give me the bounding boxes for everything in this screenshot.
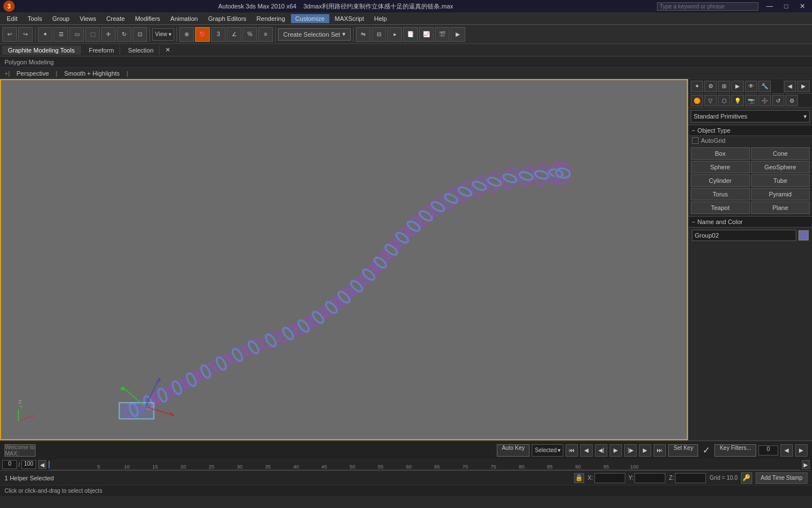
torus-button[interactable]: Torus	[691, 188, 750, 200]
menu-help[interactable]: Help	[370, 14, 392, 23]
undo-button[interactable]: ↩	[2, 27, 17, 42]
color-swatch[interactable]	[798, 230, 809, 240]
tube-button[interactable]: Tube	[751, 174, 810, 187]
systems-icon[interactable]: ⚙	[785, 95, 798, 106]
camera-icon[interactable]: 📷	[745, 95, 757, 106]
reference-coord-button[interactable]: 🔴	[195, 27, 210, 42]
menu-animation[interactable]: Animation	[166, 14, 202, 23]
maximize-button[interactable]: □	[781, 2, 792, 10]
create-panel-icon[interactable]: ✦	[691, 81, 703, 92]
selected-dropdown[interactable]: Selected ▾	[532, 444, 563, 457]
shapes-icon[interactable]: ⬡	[718, 95, 730, 106]
set-key-button[interactable]: Set Key	[668, 444, 698, 457]
viewport[interactable]: X Y Z	[0, 79, 688, 440]
percent-snap[interactable]: %	[242, 27, 257, 42]
spacewarp-icon[interactable]: ↺	[772, 95, 784, 106]
playhead[interactable]	[48, 461, 50, 468]
play-button[interactable]: ▶	[610, 444, 622, 457]
next-key-button[interactable]: |▶	[624, 444, 637, 457]
shading-label[interactable]: Smooth + Highlights	[64, 70, 120, 77]
menu-tools[interactable]: Tools	[23, 14, 47, 23]
window-crossing-button[interactable]: ⬚	[85, 27, 100, 42]
geometry-icon[interactable]: ▽	[704, 95, 717, 106]
cylinder-button[interactable]: Cylinder	[691, 174, 750, 187]
plane-button[interactable]: Plane	[751, 202, 810, 214]
menu-create[interactable]: Create	[102, 14, 129, 23]
scale-button[interactable]: ⊡	[133, 27, 147, 42]
current-frame[interactable]: 0	[2, 460, 17, 469]
add-time-stamp-button[interactable]: Add Time Stamp	[756, 472, 807, 484]
modify-panel-icon[interactable]: ⚙	[704, 81, 717, 92]
menu-views[interactable]: Views	[75, 14, 100, 23]
snap-toggle[interactable]: 3	[211, 27, 226, 42]
create-selection-button[interactable]: Create Selection Set ▾	[278, 28, 351, 41]
auto-key-button[interactable]: Auto Key	[497, 444, 530, 457]
y-coord-input[interactable]	[634, 473, 665, 483]
scrubber-back[interactable]: ◀	[38, 460, 46, 469]
pivot-button[interactable]: ⊕	[179, 27, 194, 42]
ribbon-tab-freeform[interactable]: Freeform	[83, 46, 120, 55]
box-button[interactable]: Box	[691, 147, 750, 160]
align-options[interactable]: ▸	[387, 27, 402, 42]
go-to-end-button[interactable]: ⏭	[654, 444, 666, 457]
sphere-button[interactable]: Sphere	[691, 161, 750, 173]
menu-group[interactable]: Group	[48, 14, 74, 23]
prev-key-button[interactable]: ◀|	[595, 444, 607, 457]
perspective-label[interactable]: Perspective	[16, 70, 48, 77]
object-type-section-header[interactable]: − Object Type	[689, 125, 812, 136]
scrubber-forward[interactable]: ▶	[802, 460, 810, 469]
x-coord-input[interactable]	[594, 473, 625, 483]
lock-selection-button[interactable]: 🔒	[574, 473, 584, 483]
total-frames[interactable]: 100	[21, 460, 36, 469]
frame-left-button[interactable]: ◀	[780, 444, 793, 457]
key-icon-button[interactable]: 🔑	[741, 472, 752, 484]
quick-render[interactable]: ▶	[451, 27, 465, 42]
menu-customize[interactable]: Customize	[291, 14, 329, 23]
cone-button[interactable]: Cone	[751, 147, 810, 160]
display-panel-icon[interactable]: 👁	[745, 81, 757, 92]
primitives-dropdown[interactable]: Standard Primitives ▾	[691, 110, 810, 122]
hierarchy-panel-icon[interactable]: ⊞	[718, 81, 730, 92]
app-logo[interactable]: 3	[3, 1, 15, 12]
layer-manager[interactable]: 📑	[403, 27, 418, 42]
render-setup[interactable]: 🎬	[435, 27, 449, 42]
select-region-button[interactable]: ▭	[69, 27, 84, 42]
autogrid-checkbox[interactable]	[692, 137, 699, 144]
spinner-snap[interactable]: ≡	[258, 27, 273, 42]
search-input[interactable]	[657, 2, 758, 11]
set-key-checkmark[interactable]: ✓	[700, 445, 712, 456]
key-filters-button[interactable]: Key Filters...	[714, 444, 756, 457]
select-by-name-button[interactable]: ☰	[54, 27, 68, 42]
menu-modifiers[interactable]: Modifiers	[130, 14, 165, 23]
motion-panel-icon[interactable]: ▶	[731, 81, 744, 92]
prev-frame-button[interactable]: ◀	[580, 444, 593, 457]
frame-right-button[interactable]: ▶	[795, 444, 807, 457]
next-frame-button[interactable]: ▶	[639, 444, 651, 457]
menu-maxscript[interactable]: MAXScript	[330, 14, 369, 23]
menu-graph-editors[interactable]: Graph Editors	[204, 14, 251, 23]
menu-edit[interactable]: Edit	[2, 14, 22, 23]
frame-input[interactable]: 0	[758, 445, 778, 456]
rotate-button[interactable]: ↻	[117, 27, 131, 42]
helpers-icon[interactable]: ➕	[758, 95, 771, 106]
lights-icon[interactable]: 💡	[731, 95, 744, 106]
mirror-button[interactable]: ⇋	[356, 27, 370, 42]
select-object-button[interactable]: ✦	[38, 27, 52, 42]
ribbon-close-icon[interactable]: ✕	[162, 45, 174, 55]
panel-arrow-right[interactable]: ▶	[797, 81, 810, 92]
geosphere-button[interactable]: GeoSphere	[751, 161, 810, 173]
teapot-button[interactable]: Teapot	[691, 202, 750, 214]
move-button[interactable]: ✛	[101, 27, 116, 42]
curve-editor[interactable]: 📈	[419, 27, 434, 42]
angle-snap[interactable]: ∠	[227, 27, 241, 42]
menu-rendering[interactable]: Rendering	[252, 14, 290, 23]
close-button[interactable]: ✕	[796, 2, 809, 10]
z-coord-input[interactable]	[675, 473, 706, 483]
go-to-start-button[interactable]: ⏮	[566, 444, 578, 457]
ribbon-tab-selection[interactable]: Selection	[122, 46, 160, 55]
pyramid-button[interactable]: Pyramid	[751, 188, 810, 200]
panel-arrow-left[interactable]: ◀	[784, 81, 796, 92]
view-dropdown[interactable]: View ▾	[152, 28, 174, 41]
redo-button[interactable]: ↪	[18, 27, 33, 42]
name-color-section-header[interactable]: − Name and Color	[689, 216, 812, 227]
